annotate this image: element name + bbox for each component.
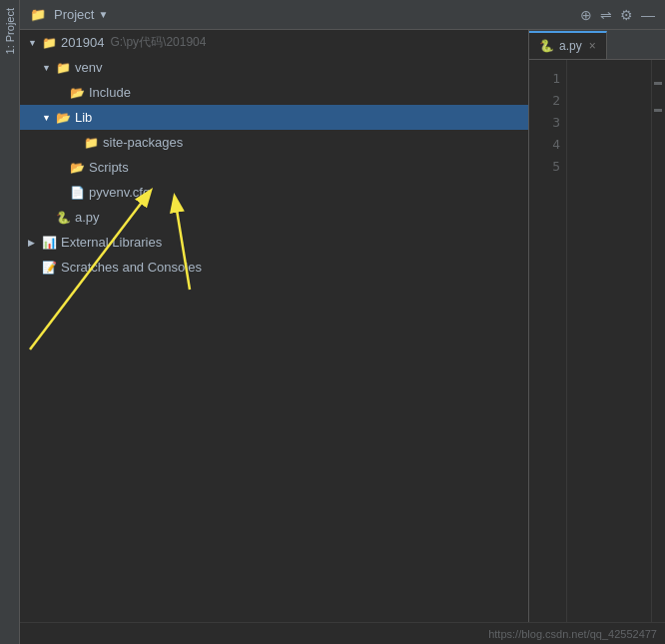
tree-item-site-packages[interactable]: 📁 site-packages — [20, 130, 528, 155]
label-venv: venv — [75, 60, 102, 75]
project-tree-panel: ▼ 📁 201904 G:\py代码\201904 ▼ 📁 venv 📂 — [20, 30, 529, 622]
editor-tab-apy[interactable]: 🐍 a.py × — [529, 31, 607, 59]
line-numbers: 1 2 3 4 5 — [529, 60, 567, 622]
project-side-tab[interactable]: 1: Project — [2, 0, 18, 62]
label-apy: a.py — [75, 210, 100, 225]
arrow-extlibs: ▶ — [28, 238, 42, 248]
editor-panel: 🐍 a.py × 1 2 3 4 5 — [529, 30, 665, 622]
editor-code-area[interactable] — [567, 60, 651, 622]
label-lib: Lib — [75, 110, 92, 125]
label-root-path: G:\py代码\201904 — [110, 34, 206, 51]
folder-include-icon: 📂 — [70, 86, 85, 100]
arrow-lib: ▼ — [42, 113, 56, 123]
panel-header: 📁 Project ▼ ⊕ ⇌ ⚙ — — [20, 0, 665, 30]
bottom-bar: https://blog.csdn.net/qq_42552477 — [20, 622, 665, 644]
gear-icon[interactable]: ⚙ — [620, 7, 633, 23]
tree-item-pyvenv[interactable]: 📄 pyvenv.cfg — [20, 180, 528, 205]
label-root: 201904 — [61, 35, 104, 50]
tree-item-lib[interactable]: ▼ 📂 Lib — [20, 105, 528, 130]
folder-root-icon: 📁 — [42, 36, 57, 50]
folder-lib-icon: 📂 — [56, 111, 71, 125]
label-include: Include — [89, 85, 131, 100]
editor-content: 1 2 3 4 5 — [529, 60, 665, 622]
editor-tab-bar: 🐍 a.py × — [529, 30, 665, 60]
label-site-packages: site-packages — [103, 135, 183, 150]
label-extlibs: External Libraries — [61, 235, 162, 250]
watermark-text: https://blog.csdn.net/qq_42552477 — [488, 628, 657, 640]
tree-item-scratches[interactable]: 📝 Scratches and Consoles — [20, 255, 528, 280]
folder-site-icon: 📁 — [84, 136, 99, 150]
minimize-icon[interactable]: — — [641, 7, 655, 23]
tree-item-apy[interactable]: 🐍 a.py — [20, 205, 528, 230]
panel-dropdown-arrow[interactable]: ▼ — [98, 9, 108, 20]
label-pyvenv: pyvenv.cfg — [89, 185, 150, 200]
arrow-root: ▼ — [28, 38, 42, 48]
panel-title[interactable]: Project ▼ — [54, 7, 108, 22]
tree-item-extlibs[interactable]: ▶ 📊 External Libraries — [20, 230, 528, 255]
equalizer-icon[interactable]: ⇌ — [600, 7, 612, 23]
folder-icon: 📁 — [30, 7, 46, 22]
tab-close-button[interactable]: × — [589, 39, 596, 53]
tree-item-venv[interactable]: ▼ 📁 venv — [20, 55, 528, 80]
right-gutter — [651, 60, 665, 622]
globe-icon[interactable]: ⊕ — [580, 7, 592, 23]
tree-item-include[interactable]: 📂 Include — [20, 80, 528, 105]
folder-venv-icon: 📁 — [56, 61, 71, 75]
file-pyvenv-icon: 📄 — [70, 186, 85, 200]
label-scripts: Scripts — [89, 160, 129, 175]
file-apy-icon: 🐍 — [56, 211, 71, 225]
arrow-venv: ▼ — [42, 63, 56, 73]
tree-item-scripts[interactable]: 📂 Scripts — [20, 155, 528, 180]
folder-scratches-icon: 📝 — [42, 261, 57, 275]
folder-extlibs-icon: 📊 — [42, 236, 57, 250]
tab-label: a.py — [559, 39, 582, 53]
folder-scripts-icon: 📂 — [70, 161, 85, 175]
label-scratches: Scratches and Consoles — [61, 260, 202, 275]
tab-py-icon: 🐍 — [539, 39, 554, 53]
tree-item-root[interactable]: ▼ 📁 201904 G:\py代码\201904 — [20, 30, 528, 55]
